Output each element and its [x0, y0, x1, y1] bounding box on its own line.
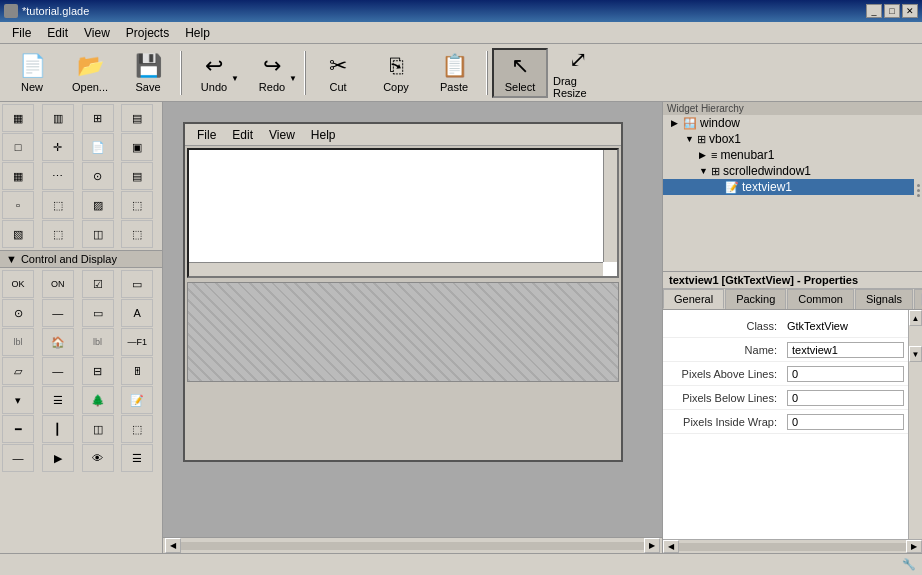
maximize-button[interactable]: □ [884, 4, 900, 18]
tree-item-textview1[interactable]: 📝 textview1 [663, 179, 914, 195]
menu-file[interactable]: File [4, 24, 39, 42]
widget-btn-14[interactable]: ⬚ [42, 191, 74, 219]
widget-vscale-btn[interactable]: ┃ [42, 415, 74, 443]
drag-resize-button[interactable]: ⤢ Drag Resize [550, 48, 606, 98]
widget-combo-btn[interactable]: ▾ [2, 386, 34, 414]
menu-view[interactable]: View [76, 24, 118, 42]
tree-resize-handle[interactable] [914, 115, 922, 266]
menu-edit[interactable]: Edit [39, 24, 76, 42]
paste-button[interactable]: 📋 Paste [426, 48, 482, 98]
select-button[interactable]: ↖ Select [492, 48, 548, 98]
widget-scale-v-btn[interactable]: 🎚 [121, 357, 153, 385]
save-button[interactable]: 💾 Save [120, 48, 176, 98]
menu-help[interactable]: Help [177, 24, 218, 42]
widget-btn-12[interactable]: ▤ [121, 162, 153, 190]
widget-vscroll-btn[interactable]: ⬚ [121, 415, 153, 443]
widget-radio-btn[interactable]: ⊙ [2, 299, 34, 327]
widget-list2-btn[interactable]: ☰ [121, 444, 153, 472]
props-scrollbar[interactable]: ▲ ▼ [908, 310, 922, 539]
copy-button[interactable]: ⎘ Copy [368, 48, 424, 98]
open-button[interactable]: 📂 Open... [62, 48, 118, 98]
props-input-name[interactable] [787, 342, 904, 358]
props-input-pixels-wrap[interactable] [787, 414, 904, 430]
minimize-button[interactable]: _ [866, 4, 882, 18]
canvas-hscroll-left[interactable]: ◀ [165, 538, 181, 553]
widget-btn-15[interactable]: ▨ [82, 191, 114, 219]
cut-button[interactable]: ✂ Cut [310, 48, 366, 98]
props-hscroll-track[interactable] [679, 543, 906, 551]
widget-prog-btn[interactable]: ▱ [2, 357, 34, 385]
canvas-hscroll-track[interactable] [181, 542, 644, 550]
widget-image-btn[interactable]: 🏠 [42, 328, 74, 356]
props-hscroll-left[interactable]: ◀ [663, 540, 679, 553]
props-scroll-up[interactable]: ▲ [909, 310, 922, 326]
props-scroll-track[interactable] [909, 326, 922, 346]
canvas-vscrollbar[interactable] [603, 150, 617, 262]
widget-btn-5[interactable]: □ [2, 133, 34, 161]
tab-accessibility[interactable]: ♿ [914, 289, 922, 309]
props-hscroll-right[interactable]: ▶ [906, 540, 922, 553]
widget-btn-8[interactable]: ▣ [121, 133, 153, 161]
tab-signals[interactable]: Signals [855, 289, 913, 309]
widget-label-btn[interactable]: A [121, 299, 153, 327]
canvas-menu-file[interactable]: File [189, 126, 224, 144]
widget-btn-19[interactable]: ◫ [82, 220, 114, 248]
widget-btn-18[interactable]: ⬚ [42, 220, 74, 248]
close-button[interactable]: ✕ [902, 4, 918, 18]
props-hscroll[interactable]: ◀ ▶ [663, 539, 922, 553]
widget-frame-btn[interactable]: ▭ [121, 270, 153, 298]
widget-btn-4[interactable]: ▤ [121, 104, 153, 132]
widget-btn-2[interactable]: ▥ [42, 104, 74, 132]
tree-item-scrolledwindow1[interactable]: ▼ ⊞ scrolledwindow1 [663, 163, 914, 179]
props-scroll-down[interactable]: ▼ [909, 346, 922, 362]
widget-sep-h-btn[interactable]: — [42, 299, 74, 327]
widget-ok-btn[interactable]: OK [2, 270, 34, 298]
widget-btn-1[interactable]: ▦ [2, 104, 34, 132]
widget-btn-20[interactable]: ⬚ [121, 220, 153, 248]
canvas-hscroll-right[interactable]: ▶ [644, 538, 660, 553]
canvas-menu-help[interactable]: Help [303, 126, 344, 144]
widget-btn-16[interactable]: ⬚ [121, 191, 153, 219]
widget-label3-btn[interactable]: lbl [82, 328, 114, 356]
widget-accel-btn[interactable]: —F1 [121, 328, 153, 356]
widget-btn-13[interactable]: ▫ [2, 191, 34, 219]
canvas-menu-view[interactable]: View [261, 126, 303, 144]
widget-hscale-btn[interactable]: ━ [2, 415, 34, 443]
widget-btn-9[interactable]: ▦ [2, 162, 34, 190]
canvas-hscrollbar[interactable] [189, 262, 603, 276]
widget-eye-btn[interactable]: 👁 [82, 444, 114, 472]
widget-section-header[interactable]: ▼ Control and Display [0, 250, 162, 268]
widget-hscroll-btn[interactable]: ◫ [82, 415, 114, 443]
props-input-pixels-above[interactable] [787, 366, 904, 382]
widget-btn-11[interactable]: ⊙ [82, 162, 114, 190]
widget-scale-h-btn[interactable]: — [42, 357, 74, 385]
widget-play-btn[interactable]: ▶ [42, 444, 74, 472]
canvas-scroll-wrapper[interactable]: File Edit View Help [163, 102, 662, 537]
tab-general[interactable]: General [663, 289, 724, 309]
tree-item-menubar1[interactable]: ▶ ≡ menubar1 [663, 147, 914, 163]
tab-common[interactable]: Common [787, 289, 854, 309]
widget-label2-btn[interactable]: lbl [2, 328, 34, 356]
tree-item-window[interactable]: ▶ 🪟 window [663, 115, 914, 131]
undo-button[interactable]: ↩ Undo ▼ [186, 48, 242, 98]
widget-btn-7[interactable]: 📄 [82, 133, 114, 161]
canvas-textview[interactable] [189, 150, 617, 276]
redo-button[interactable]: ↪ Redo ▼ [244, 48, 300, 98]
widget-btn-3[interactable]: ⊞ [82, 104, 114, 132]
tab-packing[interactable]: Packing [725, 289, 786, 309]
widget-tree-btn[interactable]: 🌲 [82, 386, 114, 414]
widget-check-btn[interactable]: ☑ [82, 270, 114, 298]
widget-on-btn[interactable]: ON [42, 270, 74, 298]
widget-list-btn[interactable]: ☰ [42, 386, 74, 414]
canvas-menu-edit[interactable]: Edit [224, 126, 261, 144]
widget-spin-btn[interactable]: ⊟ [82, 357, 114, 385]
widget-sep2-btn[interactable]: — [2, 444, 34, 472]
widget-btn-6[interactable]: ✛ [42, 133, 74, 161]
widget-btn-17[interactable]: ▧ [2, 220, 34, 248]
widget-entry-btn[interactable]: ▭ [82, 299, 114, 327]
tree-item-vbox1[interactable]: ▼ ⊞ vbox1 [663, 131, 914, 147]
widget-btn-10[interactable]: ⋯ [42, 162, 74, 190]
new-button[interactable]: 📄 New [4, 48, 60, 98]
props-input-pixels-below[interactable] [787, 390, 904, 406]
canvas-hscroll[interactable]: ◀ ▶ [163, 537, 662, 553]
